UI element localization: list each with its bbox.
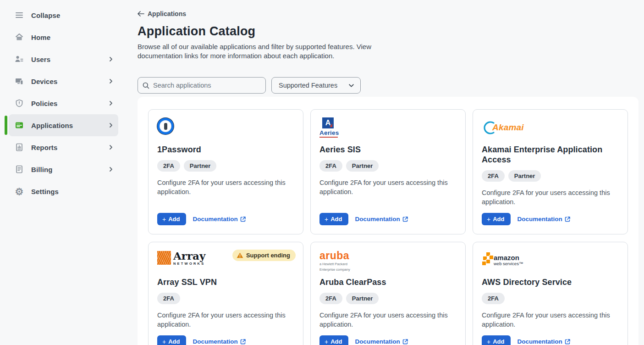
add-button[interactable]: +Add xyxy=(319,335,348,345)
external-link-icon xyxy=(402,217,408,222)
sidebar-item-home[interactable]: Home xyxy=(9,26,118,48)
plus-icon: + xyxy=(487,217,490,222)
app-logo-aruba: aruba a Hewlett Packard Enterprise compa… xyxy=(319,250,457,274)
external-link-icon xyxy=(565,217,570,222)
home-icon xyxy=(14,32,24,42)
chevron-right-icon xyxy=(108,167,114,172)
external-link-icon xyxy=(565,339,570,345)
app-title: Aeries SIS xyxy=(319,145,457,155)
card-footer: +Add Documentation xyxy=(482,329,619,345)
app-card-akamai: Akamai Akamai Enterprise Application Acc… xyxy=(473,109,628,234)
sidebar-item-reports[interactable]: Reports xyxy=(9,136,118,158)
sidebar-item-label: Devices xyxy=(31,78,108,85)
page-title: Application Catalog xyxy=(138,24,638,39)
sidebar-item-label: Home xyxy=(31,33,114,41)
applications-icon xyxy=(14,120,24,130)
supported-features-dropdown[interactable]: Supported Features xyxy=(271,77,361,94)
feature-badge: Partner xyxy=(184,160,217,172)
sidebar-item-label: Reports xyxy=(31,144,108,151)
search-icon xyxy=(143,82,149,89)
app-title: AWS Directory Service xyxy=(482,277,619,287)
array-logo-subtext: NETWORKS xyxy=(173,262,205,266)
hamburger-icon xyxy=(14,10,24,20)
add-button[interactable]: +Add xyxy=(157,335,186,345)
array-networks-logo-icon: Array NETWORKS xyxy=(157,251,205,266)
app-logo-aeries: A Aeries xyxy=(319,117,457,142)
card-footer: +Add Documentation xyxy=(157,206,294,225)
search-input[interactable] xyxy=(153,82,261,89)
aruba-logo-subtext: a Hewlett Packard xyxy=(319,262,350,266)
documentation-link[interactable]: Documentation xyxy=(517,338,570,345)
plus-icon: + xyxy=(162,217,166,222)
add-button[interactable]: +Add xyxy=(482,335,511,345)
app-description: Configure 2FA for your users accessing t… xyxy=(319,311,457,329)
documentation-link[interactable]: Documentation xyxy=(193,338,245,345)
app-logo-1password xyxy=(157,117,294,142)
sidebar-item-users[interactable]: Users xyxy=(9,48,118,70)
documentation-link[interactable]: Documentation xyxy=(355,338,407,345)
page-description: Browse all of our available applications… xyxy=(138,42,374,61)
aws-logo-icon: amazon web services™ xyxy=(482,252,523,267)
sidebar-item-collapse[interactable]: Collapse xyxy=(9,4,118,26)
sidebar-item-applications[interactable]: Applications xyxy=(9,114,118,136)
aws-logo-wordmark: amazon xyxy=(494,255,523,261)
app-title: 1Password xyxy=(157,145,294,155)
feature-badge: 2FA xyxy=(157,160,180,172)
app-logo-akamai: Akamai xyxy=(482,117,619,142)
badge-row: 2FA Partner xyxy=(319,293,457,304)
feature-badge: 2FA xyxy=(482,170,505,182)
card-footer: +Add Documentation xyxy=(157,329,294,345)
documentation-link[interactable]: Documentation xyxy=(193,216,245,223)
app-description: Configure 2FA for your users accessing t… xyxy=(482,188,619,206)
badge-row: 2FA Partner xyxy=(482,170,619,182)
app-card-1password: 1Password 2FA Partner Configure 2FA for … xyxy=(148,109,303,234)
plus-icon: + xyxy=(162,339,166,345)
plus-icon: + xyxy=(487,339,490,345)
badge-row: 2FA Partner xyxy=(319,160,457,172)
sidebar-item-billing[interactable]: Billing xyxy=(9,158,118,180)
plus-icon: + xyxy=(325,217,328,222)
app-title: Aruba ClearPass xyxy=(319,277,457,287)
devices-icon xyxy=(14,76,24,86)
app-title: Akamai Enterprise Application Access xyxy=(482,145,619,165)
breadcrumb-back-link[interactable]: Applications xyxy=(138,10,186,17)
aeries-logo-wordmark: Aeries xyxy=(319,129,339,136)
akamai-logo-icon: Akamai xyxy=(482,120,524,135)
app-card-grid: 1Password 2FA Partner Configure 2FA for … xyxy=(148,109,628,345)
badge-row: 2FA xyxy=(482,293,619,304)
sidebar-item-label: Settings xyxy=(31,188,114,195)
feature-badge: Partner xyxy=(346,160,379,172)
array-logo-wordmark: Array xyxy=(173,251,205,261)
back-arrow-icon xyxy=(138,11,144,17)
catalog-panel: 1Password 2FA Partner Configure 2FA for … xyxy=(138,97,638,345)
sidebar: Collapse Home Users Devices Policies xyxy=(0,0,124,202)
aruba-logo-wordmark: aruba xyxy=(319,250,350,261)
sidebar-item-label: Applications xyxy=(31,122,108,129)
support-ending-badge: Support ending xyxy=(232,250,296,261)
app-description: Configure 2FA for your users accessing t… xyxy=(482,311,619,329)
sidebar-item-policies[interactable]: Policies xyxy=(9,92,118,114)
plus-icon: + xyxy=(325,339,328,345)
documentation-link[interactable]: Documentation xyxy=(517,216,570,223)
main-content: Applications Application Catalog Browse … xyxy=(124,0,644,345)
chevron-right-icon xyxy=(108,145,114,150)
aruba-logo-subtext: Enterprise company xyxy=(319,267,350,272)
sidebar-item-devices[interactable]: Devices xyxy=(9,70,118,92)
add-button[interactable]: +Add xyxy=(482,213,511,225)
documentation-link[interactable]: Documentation xyxy=(355,216,407,223)
reports-icon xyxy=(14,142,24,152)
warning-icon xyxy=(237,252,243,258)
app-card-aws-directory-service: amazon web services™ AWS Directory Servi… xyxy=(473,242,628,345)
card-footer: +Add Documentation xyxy=(319,206,457,225)
feature-badge: 2FA xyxy=(157,293,180,304)
sidebar-item-settings[interactable]: ⚙ Settings xyxy=(9,180,118,202)
add-button[interactable]: +Add xyxy=(319,213,348,225)
card-footer: +Add Documentation xyxy=(319,329,457,345)
chevron-right-icon xyxy=(108,122,114,128)
feature-badge: 2FA xyxy=(482,293,505,304)
search-box[interactable] xyxy=(138,77,266,94)
external-link-icon xyxy=(402,339,408,345)
feature-badge: Partner xyxy=(508,170,541,182)
card-footer: +Add Documentation xyxy=(482,206,619,225)
add-button[interactable]: +Add xyxy=(157,213,186,225)
